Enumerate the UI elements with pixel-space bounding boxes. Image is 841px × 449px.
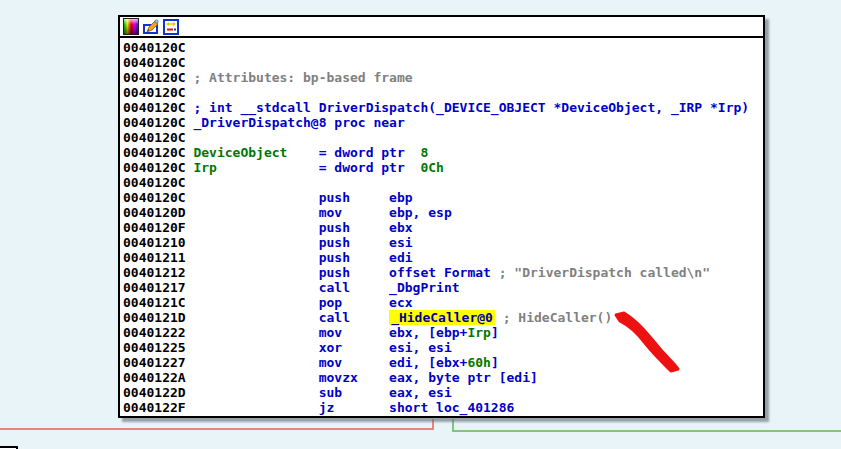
asm-address: 0040121D <box>123 310 186 325</box>
asm-segment: jz short loc_401286 <box>186 400 515 415</box>
asm-address: 0040120C <box>123 70 186 85</box>
asm-line[interactable]: 00401222 mov ebx, [ebp+Irp] <box>123 325 763 340</box>
asm-address: 0040120C <box>123 190 186 205</box>
asm-segment: = dword ptr <box>287 145 420 160</box>
asm-address: 0040120C <box>123 100 186 115</box>
asm-address: 0040120F <box>123 220 186 235</box>
asm-address: 0040120D <box>123 205 186 220</box>
asm-segment: call _DbgPrint <box>186 280 460 295</box>
asm-line[interactable]: 00401227 mov edi, [ebx+60h] <box>123 355 763 370</box>
edit-node-icon[interactable] <box>143 19 159 35</box>
asm-segment: mov edi, [ebx+ <box>186 355 468 370</box>
asm-line[interactable]: 0040120C <box>123 40 763 55</box>
asm-line[interactable]: 0040122D sub eax, esi <box>123 385 763 400</box>
asm-line[interactable]: 0040120C <box>123 130 763 145</box>
asm-line[interactable]: 0040120C <box>123 175 763 190</box>
asm-segment: push ebp <box>186 190 413 205</box>
graph-edge-green <box>452 430 841 432</box>
asm-address: 0040120C <box>123 175 186 190</box>
asm-address: 0040121C <box>123 295 186 310</box>
asm-segment: xor esi, esi <box>186 340 452 355</box>
asm-address: 0040120C <box>123 130 186 145</box>
asm-segment: ; "DriverDispatch called\n" <box>499 265 710 280</box>
asm-line[interactable]: 0040120C _DriverDispatch@8 proc near <box>123 115 763 130</box>
asm-address: 00401211 <box>123 250 186 265</box>
asm-segment: ; HideCaller() <box>495 310 612 325</box>
asm-line[interactable]: 0040120F push ebx <box>123 220 763 235</box>
asm-line[interactable]: 00401225 xor esi, esi <box>123 340 763 355</box>
asm-segment: push esi <box>186 235 413 250</box>
asm-address: 00401217 <box>123 280 186 295</box>
asm-segment: _HideCaller@0 <box>389 310 495 325</box>
asm-line[interactable]: 0040121C pop ecx <box>123 295 763 310</box>
asm-line[interactable]: 00401211 push edi <box>123 250 763 265</box>
asm-line[interactable]: 0040120D mov ebp, esp <box>123 205 763 220</box>
asm-segment: sub eax, esi <box>186 385 452 400</box>
asm-address: 00401212 <box>123 265 186 280</box>
asm-line[interactable]: 0040120C DeviceObject = dword ptr 8 <box>123 145 763 160</box>
asm-segment: 60h <box>467 355 490 370</box>
asm-address: 0040120C <box>123 145 186 160</box>
asm-line[interactable]: 0040121D call _HideCaller@0 ; HideCaller… <box>123 310 763 325</box>
asm-segment: ; int __stdcall DriverDispatch(_DEVICE_O… <box>186 100 750 115</box>
asm-segment: mov ebp, esp <box>186 205 452 220</box>
asm-address: 0040122A <box>123 370 186 385</box>
asm-line[interactable]: 0040122A movzx eax, byte ptr [edi] <box>123 370 763 385</box>
asm-line[interactable]: 0040120C ; Attributes: bp-based frame <box>123 70 763 85</box>
asm-line[interactable]: 0040120C <box>123 85 763 100</box>
asm-segment: pop ecx <box>186 295 413 310</box>
code-area: 0040120C0040120C0040120C ; Attributes: b… <box>120 38 763 415</box>
asm-line[interactable]: 0040122F jz short loc_401286 <box>123 400 763 415</box>
node-color-icon[interactable] <box>123 18 139 35</box>
graph-edge-red <box>0 428 434 430</box>
disassembly-node[interactable]: 0040120C0040120C0040120C ; Attributes: b… <box>118 15 765 418</box>
asm-segment: = dword ptr <box>217 160 421 175</box>
asm-address: 00401227 <box>123 355 186 370</box>
asm-line[interactable]: 00401212 push offset Format ; "DriverDis… <box>123 265 763 280</box>
asm-segment: _DriverDispatch@8 proc near <box>186 115 405 130</box>
asm-segment: call <box>186 310 390 325</box>
asm-address: 0040122D <box>123 385 186 400</box>
asm-address: 00401225 <box>123 340 186 355</box>
asm-address: 0040120C <box>123 85 186 100</box>
asm-address: 0040122F <box>123 400 186 415</box>
asm-line[interactable]: 00401210 push esi <box>123 235 763 250</box>
asm-address: 00401210 <box>123 235 186 250</box>
group-node-icon[interactable] <box>163 19 179 35</box>
asm-address: 00401222 <box>123 325 186 340</box>
asm-line[interactable]: 0040120C push ebp <box>123 190 763 205</box>
asm-segment: ] <box>491 325 499 340</box>
asm-address: 0040120C <box>123 55 186 70</box>
asm-line[interactable]: 0040120C <box>123 55 763 70</box>
asm-line[interactable]: 0040120C ; int __stdcall DriverDispatch(… <box>123 100 763 115</box>
asm-segment: movzx eax, byte ptr [edi] <box>186 370 538 385</box>
asm-address: 0040120C <box>123 115 186 130</box>
asm-segment: push offset Format <box>186 265 499 280</box>
asm-segment: Irp <box>467 325 490 340</box>
asm-segment: push ebx <box>186 220 413 235</box>
asm-address: 0040120C <box>123 160 186 175</box>
asm-segment: push edi <box>186 250 413 265</box>
asm-line[interactable]: 00401217 call _DbgPrint <box>123 280 763 295</box>
asm-segment: ] <box>491 355 499 370</box>
asm-address: 0040120C <box>123 40 186 55</box>
asm-segment: mov ebx, [ebp+ <box>186 325 468 340</box>
asm-segment: ; Attributes: bp-based frame <box>186 70 413 85</box>
asm-line[interactable]: 0040120C Irp = dword ptr 0Ch <box>123 160 763 175</box>
asm-segment: DeviceObject <box>186 145 288 160</box>
asm-segment: 8 <box>420 145 428 160</box>
graph-view-background: 0040120C0040120C0040120C ; Attributes: b… <box>0 0 841 449</box>
asm-segment: Irp <box>186 160 217 175</box>
node-titlebar <box>120 17 763 38</box>
asm-segment: 0Ch <box>420 160 443 175</box>
